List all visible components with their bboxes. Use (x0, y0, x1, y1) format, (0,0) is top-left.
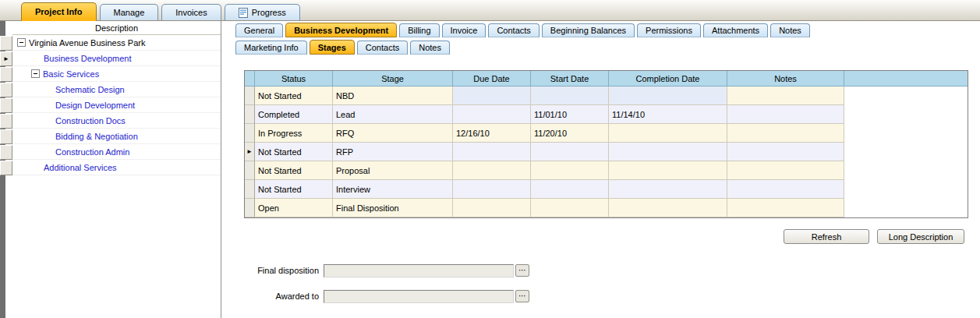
tree-row-selector[interactable] (0, 129, 12, 144)
cell-notes[interactable] (727, 143, 844, 161)
tree-row-selector[interactable] (0, 161, 12, 175)
tree-row-selector[interactable] (0, 67, 12, 82)
awarded-to-label: Awarded to (232, 292, 319, 301)
cell-status[interactable]: Not Started (255, 180, 333, 199)
cell-due-date[interactable]: 12/16/10 (453, 124, 531, 143)
row-selector[interactable] (245, 180, 255, 199)
cell-completion-date[interactable] (609, 143, 727, 161)
cell-completion-date[interactable] (609, 199, 727, 217)
cell-start-date[interactable] (531, 180, 609, 199)
cell-stage[interactable]: Interview (333, 180, 453, 199)
long-description-button[interactable]: Long Description (877, 229, 964, 244)
tree-item-project[interactable]: Virginia Avenue Business Park (12, 35, 221, 51)
collapse-icon[interactable] (31, 69, 40, 78)
cell-notes[interactable] (727, 124, 844, 143)
tab-manage[interactable]: Manage (100, 4, 159, 20)
tab-invoices[interactable]: Invoices (161, 4, 221, 20)
row-selector[interactable] (245, 124, 255, 143)
final-disposition-field[interactable] (324, 264, 514, 277)
cell-start-date[interactable]: 11/01/10 (531, 105, 609, 124)
cell-start-date[interactable] (531, 87, 609, 105)
cell-due-date[interactable] (453, 199, 531, 217)
tab-contacts[interactable]: Contacts (488, 23, 539, 37)
tree-row-selector[interactable] (0, 114, 12, 129)
cell-status[interactable]: Completed (255, 105, 333, 124)
tree-row-selector-column: ► (0, 36, 12, 176)
cell-notes[interactable] (727, 199, 844, 217)
cell-completion-date[interactable] (609, 124, 727, 143)
cell-status[interactable]: Not Started (255, 87, 333, 105)
cell-due-date[interactable] (453, 180, 531, 199)
cell-status[interactable]: Not Started (255, 161, 333, 180)
cell-stage[interactable]: RFP (333, 143, 453, 161)
tab-notes[interactable]: Notes (770, 23, 810, 37)
cell-status[interactable]: In Progress (255, 124, 333, 143)
row-selector-current[interactable]: ► (245, 143, 255, 161)
row-selector[interactable] (245, 105, 255, 124)
final-disposition-browse-button[interactable]: ⋯ (515, 264, 529, 277)
tree-item-business-development[interactable]: Business Development (12, 51, 221, 66)
cell-stage[interactable]: Proposal (333, 161, 453, 180)
cell-completion-date[interactable]: 11/14/10 (609, 105, 727, 124)
cell-start-date[interactable] (531, 161, 609, 180)
cell-start-date[interactable] (531, 143, 609, 161)
cell-notes[interactable] (727, 105, 844, 124)
cell-start-date[interactable] (531, 199, 609, 217)
tree-item-bidding-negotiation[interactable]: Bidding & Negotiation (12, 129, 221, 144)
cell-due-date[interactable] (453, 87, 531, 105)
tab-permissions[interactable]: Permissions (637, 23, 701, 37)
row-selector[interactable] (245, 87, 255, 105)
tree-column-header: Description (12, 21, 221, 35)
awarded-to-field[interactable] (324, 290, 514, 303)
cell-due-date[interactable] (453, 161, 531, 180)
top-tab-bar: Project Info Manage Invoices Progress (0, 0, 980, 21)
tree-item-construction-docs[interactable]: Construction Docs (12, 113, 221, 129)
tab-stages[interactable]: Stages (310, 40, 355, 55)
tab-billing-label: Billing (408, 26, 430, 35)
collapse-icon[interactable] (17, 38, 26, 47)
cell-notes[interactable] (727, 161, 844, 180)
tree-item-design-development[interactable]: Design Development (12, 97, 221, 113)
tab-sub-contacts[interactable]: Contacts (357, 41, 408, 55)
tab-attachments[interactable]: Attachments (703, 23, 768, 37)
tab-sub-notes[interactable]: Notes (410, 41, 450, 55)
cell-completion-date[interactable] (609, 87, 727, 105)
tree-item-additional-services[interactable]: Additional Services (12, 160, 221, 175)
cell-status[interactable]: Open (255, 199, 333, 217)
tree-row-selector[interactable] (0, 36, 12, 51)
tree-item-schematic-design[interactable]: Schematic Design (12, 82, 221, 97)
cell-due-date[interactable] (453, 105, 531, 124)
tree-item-construction-admin[interactable]: Construction Admin (12, 144, 221, 160)
cell-stage[interactable]: Lead (333, 105, 453, 124)
cell-notes[interactable] (727, 87, 844, 105)
tree-row-selector[interactable] (0, 83, 12, 97)
cell-completion-date[interactable] (609, 161, 727, 180)
tree-row-selector[interactable] (0, 98, 12, 113)
cell-due-date[interactable] (453, 143, 531, 161)
refresh-button[interactable]: Refresh (784, 229, 869, 244)
tab-progress[interactable]: Progress (225, 4, 300, 20)
cell-notes[interactable] (727, 180, 844, 199)
tab-business-development[interactable]: Business Development (285, 23, 397, 37)
cell-start-date[interactable]: 11/20/10 (531, 124, 609, 143)
cell-stage[interactable]: NBD (333, 87, 453, 105)
table-row: Not Started NBD (245, 87, 968, 105)
tab-project-info[interactable]: Project Info (21, 2, 97, 21)
tree-row-selector[interactable] (0, 145, 12, 160)
tab-beginning-balances-label: Beginning Balances (550, 26, 626, 35)
cell-stage[interactable]: Final Disposition (333, 199, 453, 217)
tab-beginning-balances[interactable]: Beginning Balances (542, 23, 635, 37)
tab-invoice[interactable]: Invoice (442, 23, 486, 37)
tab-billing[interactable]: Billing (399, 23, 439, 37)
tree-row-selector-current[interactable]: ► (0, 51, 12, 66)
row-selector[interactable] (245, 161, 255, 180)
tree-item-basic-services[interactable]: Basic Services (12, 66, 221, 82)
cell-stage[interactable]: RFQ (333, 124, 453, 143)
tab-general[interactable]: General (235, 23, 283, 37)
cell-status[interactable]: Not Started (255, 143, 333, 161)
cell-completion-date[interactable] (609, 180, 727, 199)
row-selector[interactable] (245, 199, 255, 217)
tab-marketing-info[interactable]: Marketing Info (235, 41, 307, 55)
awarded-to-browse-button[interactable]: ⋯ (515, 290, 529, 302)
tree-item-label: Construction Admin (55, 147, 129, 157)
